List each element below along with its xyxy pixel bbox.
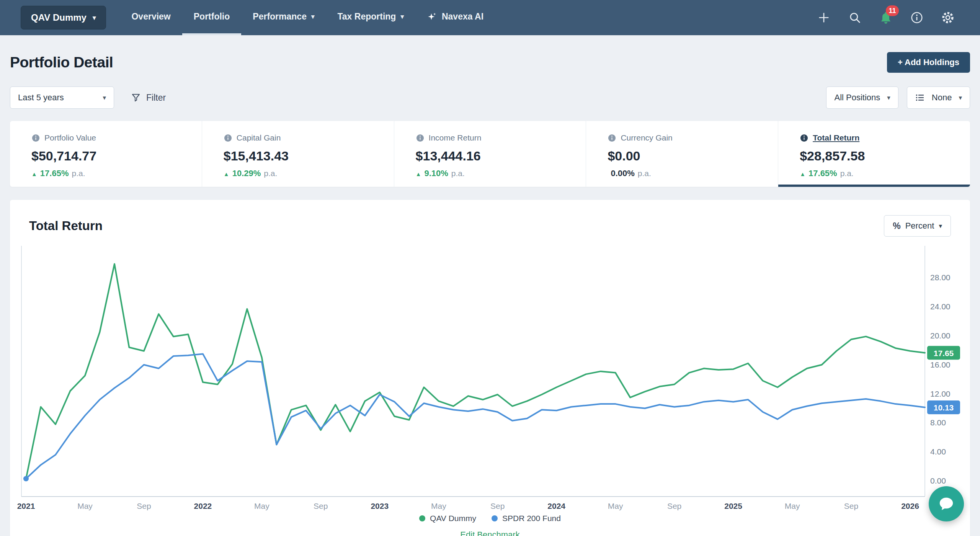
x-tick-label: Sep [844, 502, 858, 510]
stat-label: Total Return [813, 133, 859, 142]
stat-change: ▲ 17.65% p.a. [31, 168, 202, 178]
filter-row: Last 5 years ▾ Filter All Positions ▾ No… [0, 87, 980, 109]
quick-add-button[interactable] [817, 11, 831, 25]
x-tick-label: 2022 [194, 502, 212, 510]
y-tick-label: 0.00 [930, 476, 946, 485]
y-tick-label: 4.00 [930, 447, 946, 456]
search-button[interactable] [848, 11, 861, 24]
up-arrow-icon: ▲ [224, 171, 229, 177]
series-line-0 [26, 264, 925, 479]
x-tick-label: 2025 [724, 502, 742, 510]
chevron-down-icon: ▾ [311, 13, 315, 21]
up-arrow-icon: ▲ [31, 171, 37, 177]
nav-item-overview[interactable]: Overview [120, 0, 182, 35]
nav-item-portfolio[interactable]: Portfolio [182, 0, 242, 35]
info-icon [800, 134, 808, 142]
end-value-label: 17.65 [934, 349, 954, 358]
stat-value: $0.00 [608, 149, 778, 163]
stat-label: Capital Gain [237, 133, 281, 142]
add-holdings-button[interactable]: + Add Holdings [887, 52, 970, 73]
sparkle-icon [427, 11, 437, 22]
stat-change: ▲ 9.10% p.a. [416, 168, 586, 178]
search-icon [848, 11, 861, 24]
chevron-down-icon: ▾ [400, 13, 404, 21]
chevron-down-icon: ▾ [887, 94, 890, 102]
info-icon [608, 134, 616, 142]
filter-right-controls: All Positions ▾ None ▾ [826, 87, 970, 109]
filter-button[interactable]: Filter [131, 93, 166, 103]
stat-change: 0.00% p.a. [608, 168, 778, 178]
chevron-down-icon: ▾ [959, 94, 962, 102]
notification-badge: 11 [886, 5, 899, 16]
notifications-button[interactable]: 11 [879, 11, 893, 25]
stat-value: $15,413.43 [224, 149, 394, 163]
portfolio-selector-label: QAV Dummy [31, 12, 87, 23]
stat-label: Portfolio Value [44, 133, 96, 142]
portfolio-selector-button[interactable]: QAV Dummy ▾ [21, 6, 106, 29]
unit-select[interactable]: % Percent ▾ [884, 215, 951, 237]
x-tick-label: Sep [137, 502, 151, 510]
x-tick-label: May [254, 502, 270, 510]
positions-select-value: All Positions [834, 93, 880, 103]
chat-launcher-button[interactable] [929, 486, 964, 521]
y-tick-label: 20.00 [930, 331, 951, 340]
total-return-chart[interactable]: 0.004.008.0012.0016.0020.0024.0028.00202… [10, 242, 970, 512]
info-icon [31, 134, 40, 142]
edit-benchmark-link[interactable]: Edit Benchmark [460, 530, 519, 536]
info-icon [416, 134, 425, 142]
stat-card-portfolio-value[interactable]: Portfolio Value $50,714.77 ▲ 17.65% p.a. [10, 121, 202, 187]
y-tick-label: 24.00 [930, 302, 951, 311]
series-dot-green [419, 515, 425, 521]
page-title: Portfolio Detail [10, 54, 113, 71]
nav-item-performance[interactable]: Performance ▾ [241, 0, 326, 35]
top-navbar: QAV Dummy ▾ Overview Portfolio Performan… [0, 0, 980, 35]
chevron-down-icon: ▾ [93, 14, 96, 22]
up-arrow-icon: ▲ [416, 171, 421, 177]
stat-card-capital-gain[interactable]: Capital Gain $15,413.43 ▲ 10.29% p.a. [202, 121, 394, 187]
stat-card-total-return[interactable]: Total Return $28,857.58 ▲ 17.65% p.a. [778, 121, 970, 187]
stat-value: $50,714.77 [31, 149, 202, 163]
y-tick-label: 28.00 [930, 273, 951, 282]
settings-button[interactable] [941, 11, 955, 25]
chat-bubble-icon [938, 495, 955, 513]
stat-card-currency-gain[interactable]: Currency Gain $0.00 0.00% p.a. [586, 121, 778, 187]
stat-label: Income Return [429, 133, 482, 142]
navbar-actions: 11 [817, 11, 955, 25]
nav-item-navexa-ai[interactable]: Navexa AI [415, 0, 495, 35]
chart-header: Total Return % Percent ▾ [10, 215, 970, 237]
info-icon [910, 11, 923, 24]
x-tick-label: May [77, 502, 93, 510]
grouping-select-value: None [932, 93, 952, 103]
legend-item-spdr-200-fund: SPDR 200 Fund [492, 514, 561, 523]
series-line-1 [26, 354, 925, 479]
end-value-label: 10.13 [934, 403, 954, 412]
period-select[interactable]: Last 5 years ▾ [10, 87, 114, 109]
y-tick-label: 16.00 [930, 360, 951, 369]
list-icon [915, 93, 925, 103]
stat-card-income-return[interactable]: Income Return $13,444.16 ▲ 9.10% p.a. [394, 121, 586, 187]
gear-icon [941, 11, 955, 25]
up-arrow-icon: ▲ [800, 171, 805, 177]
funnel-icon [131, 93, 141, 103]
legend-item-qav-dummy: QAV Dummy [419, 514, 476, 523]
series-start-marker [23, 476, 29, 481]
grouping-select[interactable]: None ▾ [907, 87, 970, 109]
main-nav: Overview Portfolio Performance ▾ Tax Rep… [120, 0, 495, 35]
x-tick-label: May [608, 502, 623, 510]
y-tick-label: 8.00 [930, 418, 946, 427]
stat-change: ▲ 10.29% p.a. [224, 168, 394, 178]
page-header: Portfolio Detail + Add Holdings [0, 35, 980, 73]
x-tick-label: Sep [314, 502, 328, 510]
chart-title: Total Return [29, 219, 103, 233]
positions-select[interactable]: All Positions ▾ [826, 87, 898, 109]
y-tick-label: 12.00 [930, 389, 951, 398]
x-tick-label: May [785, 502, 800, 510]
total-return-card: Total Return % Percent ▾ 0.004.008.0012.… [10, 200, 970, 536]
help-button[interactable] [910, 11, 923, 24]
nav-item-tax-reporting[interactable]: Tax Reporting ▾ [326, 0, 415, 35]
chart-legend: QAV Dummy SPDR 200 Fund [10, 514, 970, 523]
stats-strip: Portfolio Value $50,714.77 ▲ 17.65% p.a.… [10, 121, 970, 187]
series-dot-blue [492, 515, 498, 521]
stat-value: $28,857.58 [800, 149, 970, 163]
x-tick-label: Sep [667, 502, 681, 510]
